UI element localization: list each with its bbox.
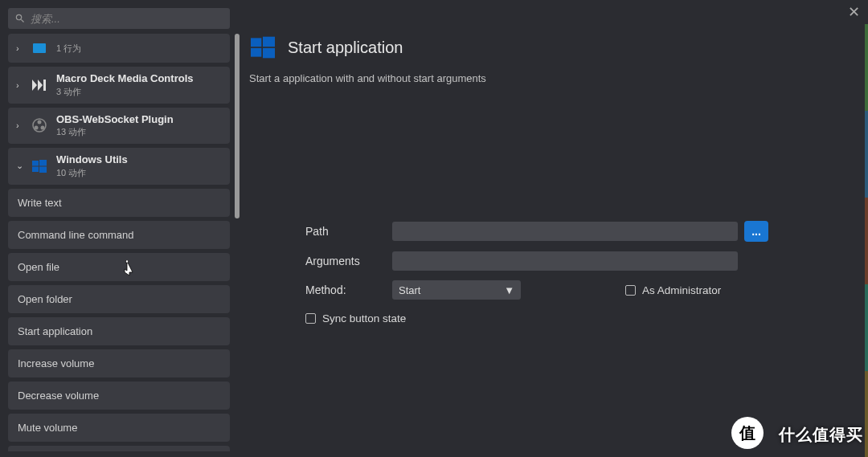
checkbox-icon	[625, 285, 636, 296]
search-icon	[14, 13, 26, 24]
search-input[interactable]	[31, 13, 223, 25]
action-write-text[interactable]: Write text	[8, 189, 230, 217]
checkbox-icon	[305, 313, 316, 324]
svg-rect-0	[33, 43, 46, 53]
plugin-item-windows[interactable]: ⌄ Windows Utils 10 动作	[8, 148, 230, 185]
svg-rect-12	[251, 48, 261, 57]
method-label: Method:	[305, 284, 392, 296]
plugin-subtitle: 3 动作	[56, 86, 194, 98]
svg-point-3	[38, 120, 42, 124]
action-open-file[interactable]: Open file	[8, 253, 230, 281]
page-description: Start a application with and without sta…	[249, 72, 852, 84]
watermark-badge: 值	[731, 417, 764, 449]
windows-icon	[31, 157, 48, 175]
close-button[interactable]: ✕	[848, 3, 860, 21]
svg-rect-7	[39, 160, 47, 166]
chevron-right-icon: ›	[16, 43, 26, 53]
chevron-right-icon: ›	[16, 80, 26, 90]
svg-rect-10	[251, 38, 261, 47]
admin-label: As Administrator	[642, 284, 721, 296]
arguments-input[interactable]	[392, 251, 738, 271]
plugin-subtitle: 10 动作	[56, 167, 128, 179]
search-bar[interactable]	[8, 8, 230, 29]
svg-point-5	[41, 126, 45, 130]
plugin-subtitle: 13 动作	[56, 126, 174, 138]
svg-rect-6	[32, 161, 39, 166]
admin-checkbox[interactable]: As Administrator	[625, 284, 721, 296]
scrollbar-thumb[interactable]	[235, 34, 240, 218]
sidebar: › 1 行为 › Macro Deck Media Controls 3 动作 …	[8, 34, 230, 451]
svg-rect-8	[32, 166, 39, 172]
svg-rect-11	[263, 37, 275, 47]
action-open-folder[interactable]: Open folder	[8, 285, 230, 313]
sync-label: Sync button state	[322, 312, 406, 324]
svg-rect-13	[263, 48, 275, 59]
svg-rect-9	[39, 166, 47, 173]
plugin-title: Windows Utils	[56, 153, 128, 166]
windows-icon	[249, 34, 276, 61]
main-panel: Start application Start a application wi…	[249, 34, 852, 449]
plugin-item-media[interactable]: › Macro Deck Media Controls 3 动作	[8, 67, 230, 104]
plugin-icon	[31, 39, 48, 57]
action-decrease-volume[interactable]: Decrease volume	[8, 382, 230, 410]
action-increase-volume[interactable]: Increase volume	[8, 349, 230, 377]
svg-point-4	[35, 126, 39, 130]
svg-rect-1	[43, 80, 46, 91]
arguments-label: Arguments	[305, 255, 392, 267]
action-mute-volume[interactable]: Mute volume	[8, 414, 230, 442]
chevron-right-icon: ›	[16, 120, 26, 130]
action-command-line[interactable]: Command line command	[8, 221, 230, 249]
chevron-down-icon: ▼	[504, 284, 514, 296]
page-title: Start application	[288, 39, 403, 57]
plugin-item[interactable]: › 1 行为	[8, 34, 230, 63]
sync-checkbox[interactable]: Sync button state	[249, 312, 852, 324]
action-explorer-control[interactable]: Explorer control	[8, 446, 230, 451]
plugin-title: Macro Deck Media Controls	[56, 72, 194, 85]
plugin-item-obs[interactable]: › OBS-WebSocket Plugin 13 动作	[8, 108, 230, 145]
browse-button[interactable]: ...	[744, 221, 768, 242]
media-icon	[31, 76, 48, 94]
method-select[interactable]: Start ▼	[392, 280, 521, 300]
action-start-application[interactable]: Start application	[8, 317, 230, 345]
edge-decoration	[865, 24, 868, 457]
path-input[interactable]	[392, 222, 738, 241]
plugin-title: OBS-WebSocket Plugin	[56, 113, 174, 126]
path-label: Path	[305, 225, 392, 238]
chevron-down-icon: ⌄	[16, 161, 26, 171]
watermark-text: 什么值得买	[779, 424, 863, 446]
obs-icon	[31, 116, 48, 134]
method-value: Start	[399, 284, 420, 296]
plugin-subtitle: 1 行为	[56, 43, 81, 55]
